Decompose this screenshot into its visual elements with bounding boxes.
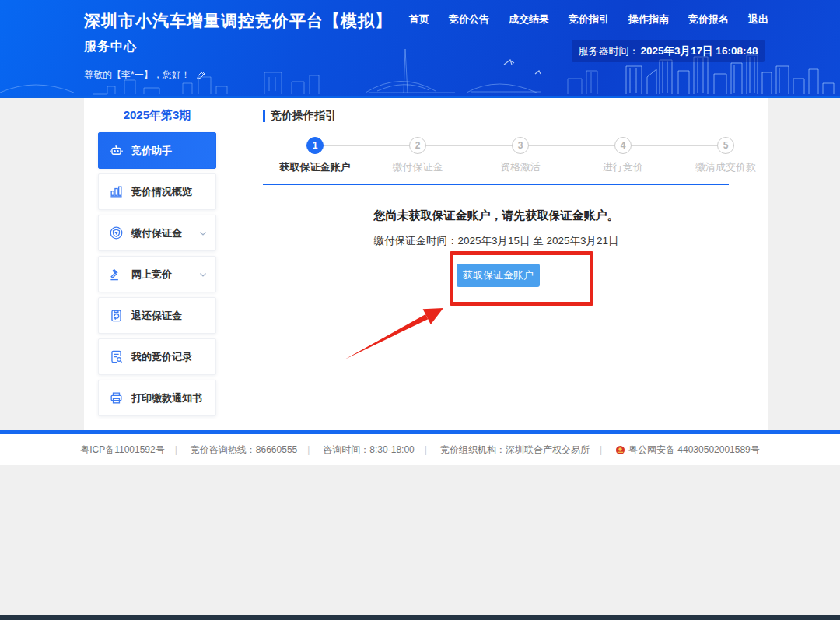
robot-icon [109, 143, 124, 158]
top-navigation: 首页 竞价公告 成交结果 竞价指引 操作指南 竞价报名 退出 [409, 12, 768, 26]
bid-record-icon [109, 349, 124, 364]
security-record-text: 粤公网安备 44030502001589号 [628, 443, 760, 457]
server-time: 服务器时间： 2025年3月17日 16:08:48 [572, 40, 765, 62]
gavel-icon [109, 267, 124, 282]
step-number: 2 [409, 137, 426, 154]
nav-operation-manual[interactable]: 操作指南 [628, 12, 669, 26]
user-greeting: 尊敬的【李*一】，您好！ [84, 68, 205, 82]
server-time-label: 服务器时间： [579, 44, 639, 58]
service-center-subtitle: 服务中心 [84, 39, 137, 55]
step-number: 4 [614, 137, 632, 154]
sidebar-item-label: 退还保证金 [131, 309, 182, 323]
step-label: 缴清成交价款 [695, 160, 756, 174]
sidebar-item-label: 缴付保证金 [131, 226, 182, 240]
step-number: 1 [306, 137, 324, 154]
sidebar-item-pay-deposit[interactable]: 缴付保证金 [98, 215, 216, 251]
sidebar-item-label: 打印缴款通知书 [131, 391, 202, 405]
nav-deal-results[interactable]: 成交结果 [509, 12, 549, 26]
service-hours: 咨询时间：8:30-18:00 [297, 443, 415, 457]
page-title: 深圳市小汽车增量调控竞价平台【模拟】 [84, 10, 392, 32]
footer: 粤ICP备11001592号 竞价咨询热线：86660555 咨询时间：8:30… [0, 434, 840, 465]
section-accent-bar [263, 110, 265, 122]
sidebar-item-print-payment-notice[interactable]: 打印缴款通知书 [98, 380, 216, 416]
sidebar-item-label: 竞价情况概览 [131, 185, 192, 199]
step-qualification-activation: 3 资格激活 [469, 137, 572, 174]
bar-chart-icon [109, 184, 124, 199]
step-do-bidding: 4 进行竞价 [572, 137, 674, 174]
step-get-deposit-account: 1 获取保证金账户 [264, 137, 366, 174]
nav-logout[interactable]: 退出 [748, 12, 768, 26]
step-label: 缴付保证金 [393, 160, 443, 174]
security-record: 粤公网安备 44030502001589号 [590, 443, 760, 457]
step-pay-final-price: 5 缴清成交价款 [674, 137, 777, 174]
sidebar-item-label: 网上竞价 [131, 268, 172, 282]
page: 深圳市小汽车增量调控竞价平台【模拟】 服务中心 尊敬的【李*一】，您好！ 首页 … [0, 0, 840, 620]
server-time-value: 2025年3月17日 16:08:48 [641, 44, 758, 58]
section-header: 竞价操作指引 [263, 109, 336, 123]
nav-bid-registration[interactable]: 竞价报名 [688, 12, 729, 26]
deposit-shield-icon [109, 226, 124, 240]
greeting-text: 尊敬的【李*一】，您好！ [84, 68, 191, 82]
header: 深圳市小汽车增量调控竞价平台【模拟】 服务中心 尊敬的【李*一】，您好！ 首页 … [0, 0, 840, 98]
sidebar-item-refund-deposit[interactable]: 退还保证金 [98, 297, 216, 334]
sidebar-item-label: 我的竞价记录 [131, 350, 192, 364]
step-label: 获取保证金账户 [280, 160, 351, 174]
step-label: 资格激活 [500, 160, 541, 174]
step-label: 进行竞价 [603, 160, 643, 174]
chevron-down-icon [198, 270, 208, 279]
nav-bid-guide[interactable]: 竞价指引 [569, 12, 609, 26]
bottom-dark-bar [0, 615, 840, 620]
edit-pencil-icon[interactable] [196, 71, 205, 80]
chevron-down-icon [198, 229, 208, 238]
steps-underline [263, 184, 729, 185]
refund-icon [109, 308, 124, 323]
step-pay-deposit: 2 缴付保证金 [366, 137, 469, 174]
nav-home[interactable]: 首页 [409, 12, 429, 26]
icp-number: 粤ICP备11001592号 [80, 443, 165, 457]
step-number: 5 [717, 137, 734, 154]
printer-icon [109, 391, 124, 405]
period-title: 2025年第3期 [98, 108, 216, 123]
sidebar-item-bid-assistant[interactable]: 竞价助手 [98, 132, 216, 169]
step-indicator: 1 获取保证金账户 2 缴付保证金 3 资格激活 4 进行竞价 5 缴清成交价款 [264, 137, 777, 174]
step-number: 3 [512, 137, 529, 154]
nav-bid-announcement[interactable]: 竞价公告 [449, 12, 489, 26]
organizer: 竞价组织机构：深圳联合产权交易所 [415, 443, 590, 457]
get-deposit-account-button[interactable]: 获取保证金账户 [457, 264, 540, 287]
sidebar-item-my-bid-records[interactable]: 我的竞价记录 [98, 338, 216, 375]
sidebar-item-online-bidding[interactable]: 网上竞价 [98, 256, 216, 292]
hotline: 竞价咨询热线：86660555 [165, 443, 298, 457]
deposit-time-range: 缴付保证金时间：2025年3月15日 至 2025年3月21日 [263, 234, 730, 248]
no-account-notice: 您尚未获取保证金账户，请先获取保证金账户。 [263, 208, 730, 223]
sidebar-item-label: 竞价助手 [131, 144, 172, 158]
public-security-badge-icon [615, 445, 625, 455]
section-title: 竞价操作指引 [271, 109, 336, 123]
sidebar-item-bid-overview[interactable]: 竞价情况概览 [98, 173, 216, 210]
